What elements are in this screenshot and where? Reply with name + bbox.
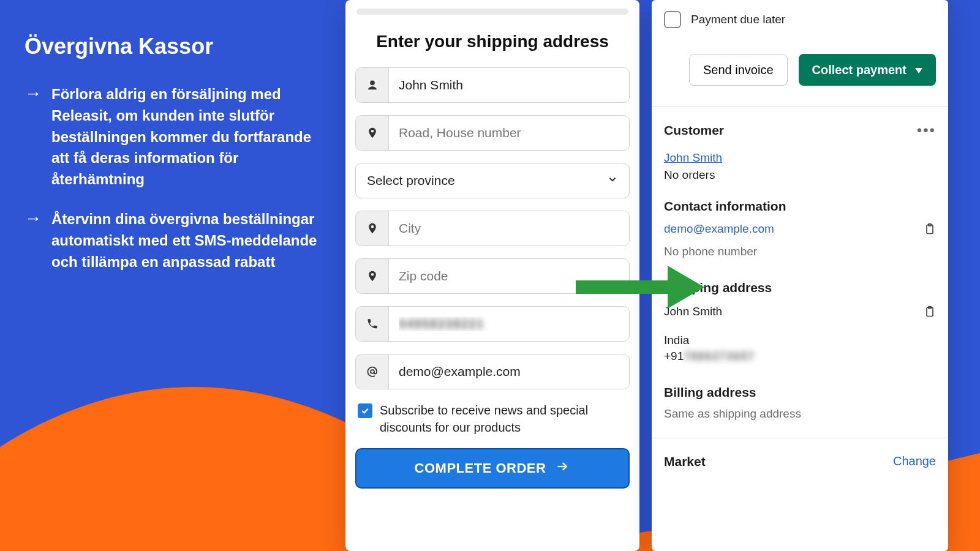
contact-heading: Contact information [664,199,936,214]
customer-menu-icon[interactable]: ••• [917,122,936,139]
arrow-right-icon: → [24,209,42,272]
shipping-heading: Shipping address [664,280,936,295]
market-change-link[interactable]: Change [893,454,936,468]
billing-text: Same as shipping address [664,407,936,421]
promo-canvas: Övergivna Kassor → Förlora aldrig en för… [0,0,980,551]
billing-section: Billing address Same as shipping address [664,374,936,432]
arrow-right-icon [554,460,570,476]
contact-section: Contact information demo@example.com No … [664,195,936,269]
address-input[interactable] [389,116,629,150]
complete-order-button[interactable]: COMPLETE ORDER [355,448,630,489]
marketing-title: Övergivna Kassor [24,34,318,59]
market-heading: Market [664,454,706,469]
zip-field-row [355,258,630,294]
card-topbar [356,9,628,15]
subscribe-label: Subscribe to receive news and special di… [380,402,627,436]
clipboard-icon[interactable] [924,305,936,321]
shipping-phone: +917886273657 [664,350,936,363]
collect-payment-label: Collect payment [812,63,907,77]
contact-phone-placeholder: No phone number [664,245,936,258]
city-input[interactable] [389,211,629,246]
subscribe-row: Subscribe to receive news and special di… [358,402,627,436]
payment-actions: Send invoice Collect payment [664,54,936,86]
customer-heading: Customer [664,123,724,138]
payment-due-label: Payment due later [691,13,785,26]
phone-input[interactable] [389,307,629,341]
shipping-phone-masked: 7886273657 [684,350,755,362]
send-invoice-button[interactable]: Send invoice [689,54,788,86]
province-select-label: Select province [367,173,455,188]
phone-field-row [355,306,630,342]
collect-payment-button[interactable]: Collect payment [799,54,936,86]
province-select[interactable]: Select province [355,163,630,198]
phone-icon [356,307,389,341]
admin-panel: Payment due later Send invoice Collect p… [652,0,948,551]
customer-section: Customer ••• John Smith No orders [664,107,936,195]
clipboard-icon[interactable] [924,222,936,239]
location-icon [356,211,389,246]
customer-orders: No orders [664,168,936,182]
person-icon [356,68,389,102]
contact-email-link[interactable]: demo@example.com [664,222,774,236]
payment-due-checkbox[interactable] [664,11,681,28]
market-section: Market Change [664,438,936,480]
payment-due-row: Payment due later [664,11,936,28]
shipping-name: John Smith [664,305,722,318]
form-heading: Enter your shipping address [355,32,630,51]
shipping-phone-prefix: +91 [664,350,684,362]
send-invoice-label: Send invoice [703,63,774,77]
svg-marker-3 [915,68,922,73]
shipping-section: Shipping address John Smith India +91788… [664,269,936,374]
zip-input[interactable] [389,259,629,293]
shipping-form-card: Enter your shipping address Select provi… [345,0,639,551]
marketing-copy: Övergivna Kassor → Förlora aldrig en för… [24,34,318,291]
name-field-row [355,67,630,103]
email-input[interactable] [389,354,629,389]
location-icon [356,116,389,150]
svg-point-0 [370,80,375,85]
arrow-right-icon: → [24,84,42,190]
name-input[interactable] [389,68,629,102]
marketing-bullet: → Återvinn dina övergivna beställningar … [24,209,318,272]
marketing-bullet: → Förlora aldrig en försäljning med Rele… [24,84,318,190]
complete-order-label: COMPLETE ORDER [415,460,546,476]
address-field-row [355,115,630,151]
city-field-row [355,211,630,246]
shipping-country: India [664,334,936,347]
marketing-bullet-text: Återvinn dina övergivna beställningar au… [51,209,318,272]
billing-heading: Billing address [664,385,936,400]
customer-name-link[interactable]: John Smith [664,151,722,164]
chevron-down-icon [607,173,618,188]
marketing-bullet-text: Förlora aldrig en försäljning med Releas… [51,84,318,190]
location-icon [356,259,389,293]
email-field-row [355,354,630,389]
at-icon [356,354,389,389]
subscribe-checkbox[interactable] [358,403,372,418]
caret-down-icon [915,63,922,77]
